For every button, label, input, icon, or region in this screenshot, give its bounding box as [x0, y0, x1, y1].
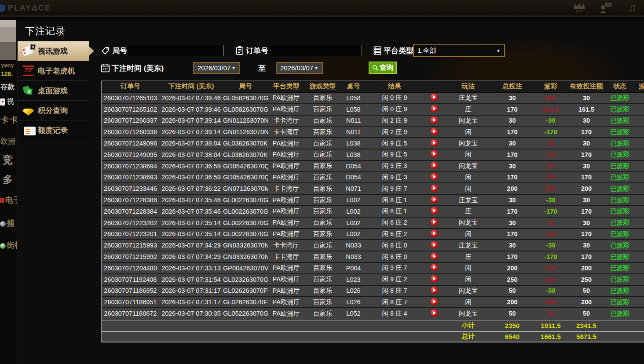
play-replay-button[interactable] [431, 128, 438, 135]
play-replay-button[interactable] [431, 275, 438, 282]
cell-platform: 卡卡湾厅 [268, 253, 304, 261]
cell-result: 闲 8 庄 7 [366, 287, 423, 295]
top-bar: PLAYΔCE VIP ♫ [0, 0, 644, 17]
platform-type-select[interactable]: 1.全部 ▼ [413, 44, 505, 57]
subtotal-row: 小计 2350 1911.5 2341.5 [102, 320, 644, 331]
column-header-clipped: 派彩 [635, 82, 644, 91]
cell-game-type: 百家乐 [304, 94, 341, 102]
cell-payout: 200 [533, 265, 568, 272]
query-button[interactable]: 查询 [369, 62, 397, 74]
slot-777-icon: 777 [22, 66, 34, 76]
cell-payout: 170 [533, 230, 568, 237]
date-from-picker[interactable]: 2026/03/07 ▼ [193, 62, 240, 74]
cell-result: 闲 8 庄 1 [366, 207, 423, 215]
cell-platform: 卡卡湾厅 [268, 241, 304, 250]
cell-valid-bet: 200 [568, 185, 604, 192]
music-button[interactable]: ♫ [624, 2, 640, 13]
play-replay-button[interactable] [431, 105, 438, 112]
cell-order: 260307071186951 [102, 298, 159, 306]
play-replay-button[interactable] [431, 241, 438, 248]
cell-result: 闲 8 庄 4 [366, 309, 423, 318]
cell-valid-bet: 30 [568, 117, 604, 124]
chevron-down-icon: ▼ [314, 66, 318, 70]
cell-total-bet: 30 [491, 117, 533, 124]
cell-status: 已派彩 [604, 196, 635, 204]
cell-table: L002 [341, 230, 366, 237]
play-replay-button[interactable] [431, 218, 438, 226]
nav-electronic-games[interactable]: 电子 [0, 195, 17, 205]
deposit-button[interactable]: 存款 [0, 83, 15, 92]
cell-table: L002 [341, 197, 366, 204]
customer-service-button[interactable] [597, 2, 614, 13]
sidebar-item-video-games[interactable]: 9K♥视讯游戏 [18, 41, 89, 61]
play-replay-button[interactable] [431, 139, 438, 146]
play-replay-button[interactable] [431, 94, 438, 101]
cell-result: 闲 8 庄 7 [366, 298, 423, 306]
cell-time: 2026-03-07 07:39:46 [159, 106, 223, 113]
cell-result: 闲 8 庄 0 [366, 253, 423, 261]
table-row: 2603070711924082026-03-07 07:31:54GL0232… [102, 274, 644, 286]
cell-result: 闲 6 庄 2 [366, 218, 423, 227]
cell-payout: 30 [533, 219, 568, 226]
cell-platform: 卡卡湾厅 [268, 185, 304, 193]
nav-duo[interactable]: 多 [3, 173, 13, 186]
cell-result: 闲 9 庄 2 [366, 275, 423, 284]
round-number-input[interactable] [127, 45, 223, 56]
cell-payout: -30 [533, 117, 568, 124]
play-replay-button[interactable] [431, 196, 438, 203]
table-row: 2603070711869512026-03-07 07:31:17GL0262… [102, 297, 644, 308]
topbar-icons: VIP ♫ [571, 2, 640, 13]
play-replay-button[interactable] [431, 230, 438, 237]
sidebar-item-points-query[interactable]: 积分查询 [18, 101, 89, 120]
cell-valid-bet: 200 [568, 298, 604, 306]
play-replay-button[interactable] [431, 309, 438, 317]
nav-video-games[interactable]: ♥视 [0, 97, 14, 106]
order-number-input[interactable] [269, 45, 362, 56]
background-app-strip: yaoy 126. 存款 ♥视 卡卡 欧洲 竞 多 电子 捕 街机 [0, 17, 17, 364]
cell-valid-bet: 170 [568, 128, 604, 135]
sidebar-item-table-games[interactable]: $桌面游戏 [18, 81, 89, 101]
sidebar-item-quota-records[interactable]: 额度记录 [18, 120, 89, 140]
page-title: 下注记录 [25, 25, 66, 38]
cell-play-method: 庄 [445, 105, 491, 113]
play-replay-button[interactable] [431, 116, 438, 124]
nav-kaka-hall[interactable]: 卡卡 [0, 114, 17, 126]
cell-valid-bet: 30 [568, 197, 604, 204]
cell-play-method: 闲龙宝 [445, 139, 491, 148]
cell-order: 260307071215992 [102, 253, 159, 260]
play-replay-button[interactable] [431, 207, 438, 214]
cell-platform: PA欧洲厅 [268, 298, 304, 306]
nav-europe-hall[interactable]: 欧洲 [0, 136, 15, 146]
sidebar-item-slots[interactable]: 777电子老虎机 [18, 61, 89, 81]
vip-button[interactable]: VIP [571, 2, 588, 13]
cell-round: GL026263070FU [223, 298, 268, 306]
play-replay-button[interactable] [431, 287, 438, 294]
cell-round: GL026263070FU [223, 287, 268, 294]
query-button-label: 查询 [380, 63, 394, 73]
cell-result: 闲 8 庄 1 [366, 196, 423, 204]
cell-total-bet: 30 [491, 140, 533, 147]
play-replay-button[interactable] [431, 173, 438, 180]
play-replay-button[interactable] [431, 264, 438, 271]
cell-time: 2026-03-07 07:31:17 [159, 298, 223, 306]
play-replay-button[interactable] [431, 298, 438, 305]
cell-platform: PA欧洲厅 [268, 218, 304, 227]
cell-valid-bet: 200 [568, 265, 604, 272]
play-replay-button[interactable] [431, 253, 438, 260]
cell-play-method: 闲龙宝 [445, 287, 491, 295]
user-avatar[interactable] [0, 20, 16, 60]
nav-fishing[interactable]: 捕 [0, 218, 15, 229]
cell-total-bet: 170 [491, 174, 533, 181]
play-replay-button[interactable] [431, 150, 438, 157]
cell-play-method: 闲 [445, 128, 491, 136]
nav-arcade[interactable]: 街机 [0, 240, 17, 251]
cell-total-bet: 30 [491, 242, 533, 249]
date-to-picker[interactable]: 2026/03/07 ▼ [276, 62, 323, 74]
play-replay-button[interactable] [431, 185, 438, 192]
cell-round: GL002263070GA [223, 230, 268, 237]
nav-jing[interactable]: 竞 [3, 153, 13, 167]
play-replay-button[interactable] [431, 162, 438, 169]
cell-result: 闲 9 庄 3 [366, 162, 423, 170]
cell-payout: 50 [533, 310, 568, 317]
cell-order: 260307071260336 [102, 128, 159, 135]
